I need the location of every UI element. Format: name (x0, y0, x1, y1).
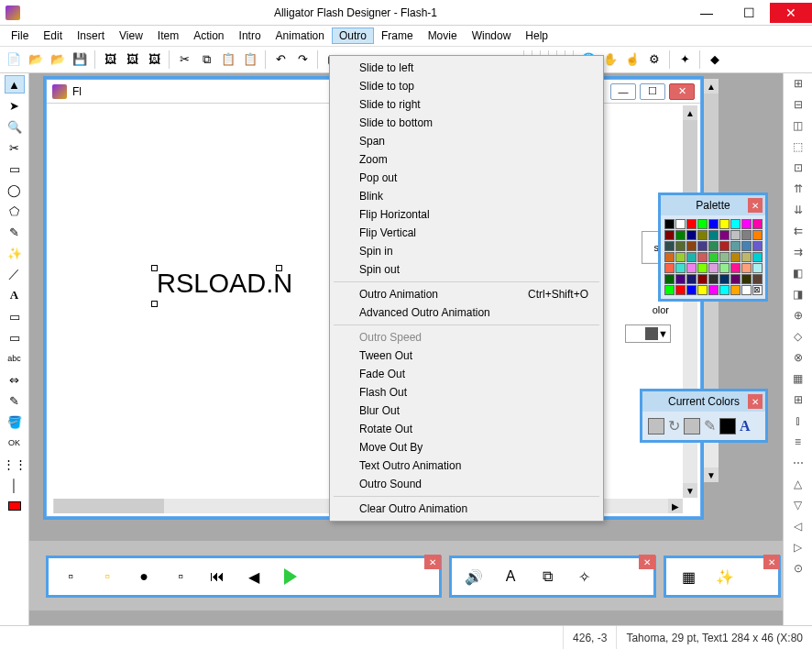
color-swatch[interactable] (719, 230, 730, 240)
color-swatch[interactable] (741, 285, 752, 295)
align-tool-a1[interactable]: ⊞ (790, 75, 807, 92)
color-swatch[interactable] (675, 263, 686, 273)
tool-button2[interactable]: ▭ (5, 328, 25, 346)
play-button[interactable] (281, 567, 300, 586)
menu-animation[interactable]: Animation (269, 28, 332, 44)
align-tool-a4[interactable]: ⬚ (790, 138, 807, 155)
scroll-thumb[interactable] (54, 499, 164, 513)
open2-button[interactable]: 📂 (48, 50, 68, 70)
menu-item-advanced-outro-animation[interactable]: Advanced Outro Animation (332, 303, 601, 322)
tool-ok[interactable]: OK (5, 434, 25, 452)
color-swatch[interactable]: ⊠ (752, 285, 763, 295)
color-swatch[interactable] (664, 241, 675, 251)
open-button[interactable]: 📂 (26, 50, 46, 70)
menu-item-move-out-by[interactable]: Move Out By (332, 438, 601, 456)
color-swatch[interactable] (664, 285, 675, 295)
undo-button[interactable]: ↶ (270, 50, 291, 70)
menu-item-outro-sound[interactable]: Outro Sound (332, 475, 601, 493)
color-swatch[interactable] (752, 241, 763, 251)
menu-item-spin-out[interactable]: Spin out (332, 260, 601, 279)
color-swatch[interactable] (697, 263, 708, 273)
segment-close-button[interactable]: ✕ (639, 555, 655, 569)
color-swatch[interactable] (697, 285, 708, 295)
new-button[interactable]: 📄 (4, 50, 24, 70)
line-color-swatch[interactable] (684, 418, 700, 434)
tool-scissors[interactable]: ✂ (5, 138, 25, 157)
grid-button[interactable]: ▦ (679, 567, 697, 586)
menu-intro[interactable]: Intro (232, 28, 269, 44)
scroll-down-icon[interactable]: ▼ (683, 483, 697, 498)
color-swatch[interactable] (752, 219, 763, 229)
menu-item-flip-horizontal[interactable]: Flip Horizontal (332, 205, 601, 224)
scroll-down-icon[interactable]: ▼ (704, 468, 719, 482)
tool-button[interactable]: ▭ (5, 307, 25, 325)
copy-button[interactable]: ⧉ (196, 50, 216, 70)
align-tool-a7[interactable]: ⇊ (790, 202, 807, 218)
maximize-button[interactable]: ☐ (728, 3, 770, 23)
tool-slider[interactable]: ⇔ (5, 370, 25, 389)
menu-item-tween-out[interactable]: Tween Out (332, 346, 601, 365)
new-frame-button[interactable]: ▫ (61, 567, 80, 586)
doc-maximize-button[interactable]: ☐ (640, 83, 665, 100)
palette-title[interactable]: Palette ✕ (661, 195, 765, 215)
add-key-button[interactable]: ✧ (575, 567, 593, 586)
close-button[interactable]: ✕ (770, 3, 812, 23)
color-swatch[interactable] (664, 219, 675, 229)
color-swatch[interactable] (730, 263, 741, 273)
color-swatch[interactable] (730, 230, 741, 240)
rewind-button[interactable]: ⏮ (208, 567, 226, 586)
color-swatch[interactable] (708, 285, 719, 295)
copy-frame-button[interactable]: ⧉ (538, 567, 556, 586)
color-swatch[interactable] (686, 274, 697, 284)
color-swatch[interactable] (719, 285, 730, 295)
segment-close-button[interactable]: ✕ (424, 555, 441, 569)
menu-action[interactable]: Action (186, 28, 231, 44)
menu-item[interactable]: Item (150, 28, 186, 44)
color-swatch[interactable] (708, 263, 719, 273)
align-tool-a18[interactable]: ≡ (790, 434, 807, 450)
blank-frame-button[interactable]: ▫ (171, 567, 190, 586)
selection-handle[interactable] (151, 265, 158, 271)
minimize-button[interactable]: — (686, 3, 728, 23)
color-swatch[interactable] (697, 241, 708, 251)
color-swatch[interactable] (675, 219, 686, 229)
redo-button[interactable]: ↷ (292, 50, 313, 70)
color-swatch[interactable] (664, 230, 675, 240)
img1-button[interactable]: 🖼 (100, 50, 120, 70)
menu-item-slide-to-bottom[interactable]: Slide to bottom (332, 114, 601, 132)
color-swatch[interactable] (708, 252, 719, 262)
current-colors-close-button[interactable]: ✕ (748, 394, 763, 409)
tool-poly[interactable]: ⬠ (5, 202, 25, 220)
color-swatch[interactable] (741, 230, 752, 240)
tool-bucket[interactable]: 🪣 (5, 412, 25, 431)
color-swatch[interactable] (675, 285, 686, 295)
magic-button[interactable]: ✨ (716, 567, 734, 586)
color-swatch[interactable] (708, 241, 719, 251)
color-swatch[interactable] (686, 285, 697, 295)
tool-rect[interactable]: ▭ (5, 160, 25, 178)
color-swatch[interactable] (752, 274, 763, 284)
tool-text[interactable]: A (5, 286, 25, 304)
doc-close-button[interactable]: ✕ (669, 83, 695, 100)
cut-button[interactable]: ✂ (174, 50, 194, 70)
menu-movie[interactable]: Movie (421, 28, 465, 44)
color-swatch[interactable] (664, 263, 675, 273)
color-swatch[interactable] (675, 230, 686, 240)
menu-outro[interactable]: Outro (332, 28, 374, 44)
color-swatch[interactable] (730, 285, 741, 295)
color-swatch[interactable] (741, 219, 752, 229)
tool-pen[interactable]: ✎ (5, 223, 25, 241)
text-color-swatch[interactable] (719, 418, 736, 434)
menu-help[interactable]: Help (518, 28, 555, 44)
text-object[interactable]: RSLOAD.N (157, 269, 292, 299)
save-button[interactable]: 💾 (70, 50, 90, 70)
align-tool-a16[interactable]: ⊞ (790, 391, 807, 408)
color-swatch[interactable] (730, 219, 741, 229)
menu-item-outro-animation[interactable]: Outro AnimationCtrl+Shift+O (332, 285, 601, 303)
menu-frame[interactable]: Frame (374, 28, 421, 44)
step-back-button[interactable]: ◀ (245, 567, 263, 586)
tool-line[interactable]: ／ (5, 265, 25, 283)
paste-button[interactable]: 📋 (218, 50, 238, 70)
align-tool-a20[interactable]: △ (790, 476, 807, 492)
color-swatch[interactable] (730, 241, 741, 251)
